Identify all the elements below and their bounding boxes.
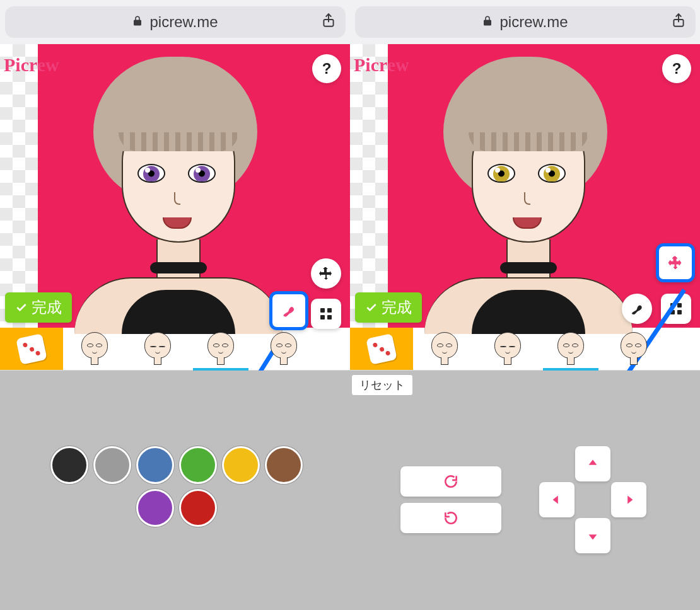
avatar-canvas: Picrew ? 完成: [0, 44, 350, 328]
help-button[interactable]: ?: [312, 54, 341, 83]
address-pill[interactable]: picrew.me: [5, 6, 346, 38]
swatch-1[interactable]: [50, 446, 88, 484]
picrew-logo: Picrew: [354, 54, 409, 76]
url-text: picrew.me: [499, 13, 568, 31]
url-text: picrew.me: [149, 13, 218, 31]
category-face-1[interactable]: [413, 328, 476, 370]
editor-panel-color: [0, 371, 350, 610]
svg-rect-4: [327, 315, 332, 319]
dice-icon: [16, 333, 47, 365]
randomize-button[interactable]: [0, 328, 63, 370]
reset-button[interactable]: リセット: [351, 374, 413, 396]
svg-rect-10: [677, 310, 682, 314]
pane-right: picrew.me Picrew ?: [350, 0, 700, 610]
lock-icon: [482, 15, 493, 30]
picrew-logo: Picrew: [4, 54, 59, 76]
category-face-4[interactable]: [602, 328, 665, 370]
avatar-illustration: [412, 38, 639, 328]
category-strip: [0, 328, 350, 371]
swatch-2[interactable]: [93, 446, 131, 484]
category-face-2[interactable]: [476, 328, 539, 370]
category-face-4[interactable]: [252, 328, 315, 370]
category-face-1[interactable]: [63, 328, 126, 370]
avatar-illustration: [62, 38, 289, 328]
svg-rect-2: [327, 308, 332, 313]
dpad-up[interactable]: [575, 446, 610, 481]
done-button[interactable]: 完成: [5, 292, 72, 323]
rotate-ccw-button[interactable]: [400, 503, 501, 533]
swatch-8[interactable]: [179, 489, 217, 527]
color-tool-button[interactable]: [269, 291, 308, 330]
category-face-2[interactable]: [126, 328, 189, 370]
dpad-left[interactable]: [539, 482, 575, 517]
rotate-controls: [400, 466, 501, 533]
category-strip: [350, 328, 700, 371]
swatch-5[interactable]: [222, 446, 260, 484]
color-tool-button[interactable]: [622, 294, 652, 324]
help-button[interactable]: ?: [662, 54, 691, 83]
randomize-button[interactable]: [350, 328, 413, 370]
svg-rect-7: [670, 303, 675, 308]
dpad-down[interactable]: [575, 518, 610, 553]
dice-icon: [366, 333, 397, 365]
grid-tool-button[interactable]: [661, 294, 691, 324]
dpad: [539, 446, 646, 553]
category-face-3[interactable]: [189, 328, 252, 370]
move-tool-button[interactable]: [656, 243, 695, 282]
done-button[interactable]: 完成: [355, 292, 422, 323]
done-label: 完成: [32, 297, 62, 318]
swatch-4[interactable]: [179, 446, 217, 484]
color-swatches: [50, 446, 303, 527]
swatch-3[interactable]: [136, 446, 174, 484]
swatch-6[interactable]: [265, 446, 303, 484]
svg-rect-8: [677, 303, 682, 308]
address-pill[interactable]: picrew.me: [355, 6, 696, 38]
dpad-right[interactable]: [611, 482, 646, 517]
share-icon[interactable]: [670, 12, 687, 32]
share-icon[interactable]: [320, 12, 337, 32]
move-tool-button[interactable]: [311, 258, 341, 289]
svg-rect-1: [320, 308, 325, 313]
avatar-canvas: Picrew ? 完成: [350, 44, 700, 328]
editor-panel-move: リセット: [350, 371, 700, 610]
svg-rect-3: [320, 315, 325, 319]
pane-left: picrew.me Picrew ?: [0, 0, 350, 610]
category-face-3[interactable]: [539, 328, 602, 370]
grid-tool-button[interactable]: [311, 299, 341, 329]
lock-icon: [132, 15, 143, 30]
swatch-7[interactable]: [136, 489, 174, 527]
svg-rect-9: [670, 310, 675, 314]
rotate-cw-button[interactable]: [400, 466, 501, 497]
done-label: 完成: [382, 297, 412, 318]
